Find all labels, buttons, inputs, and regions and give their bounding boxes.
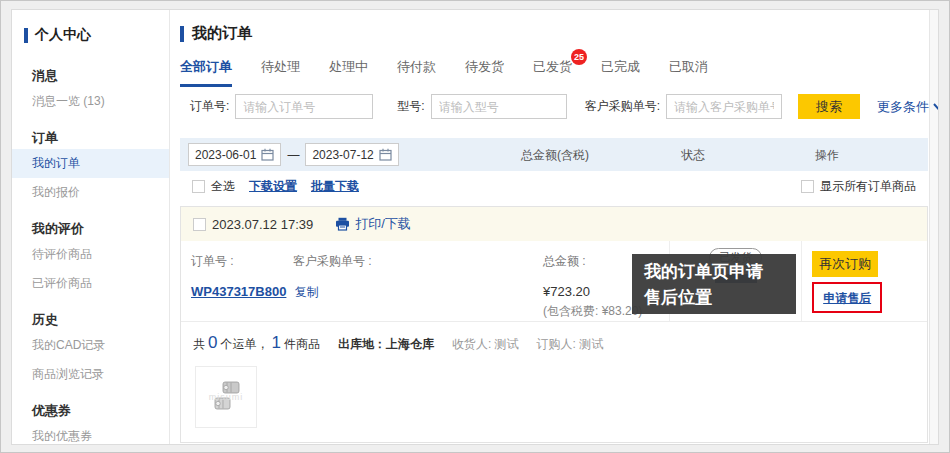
tax-note: (包含税费: ¥83.20) [543,303,642,320]
order-no-input[interactable] [235,94,373,119]
tab-all-orders[interactable]: 全部订单 [180,58,232,87]
filter-band: 2023-06-01 — 2023-07-12 总金额(含税) 状态 操作 [180,138,928,171]
reorder-button[interactable]: 再次订购 [812,251,878,277]
tab-cancelled[interactable]: 已取消 [669,58,708,87]
tab-pending[interactable]: 待处理 [261,58,300,87]
date-range-group: 2023-06-01 — 2023-07-12 [188,143,399,166]
copy-link[interactable]: 复制 [295,285,319,299]
amount-field-label: 总金额 : [543,253,642,270]
scrollbar-track[interactable] [929,10,938,444]
chevron-down-icon [933,103,939,111]
main-area: 我的订单 全部订单 待处理 处理中 待付款 待发货 已发货25 已完成 已取消 … [170,10,938,444]
column-header-action: 操作 [792,147,862,164]
column-header-amount: 总金额(含税) [510,147,600,164]
tab-shipped[interactable]: 已发货25 [533,58,572,87]
sidebar-header-reviews: 我的评价 [12,207,169,240]
sidebar-item-my-orders[interactable]: 我的订单 [12,149,169,178]
orderer-info: 订购人: 测试 [537,336,604,353]
show-all-items-label: 显示所有订单商品 [820,178,916,195]
sidebar-item-browse-history[interactable]: 商品浏览记录 [12,360,169,389]
sidebar-header-history: 历史 [12,298,169,331]
batch-download-link[interactable]: 批量下载 [311,178,359,195]
po-block: 客户采购单号 : [293,253,372,270]
order-no-link[interactable]: WP437317B800 [191,284,286,299]
order-amount: ¥723.20 [543,284,642,299]
summary-line: 共 0 个运单， 1 件商品 出库地：上海仓库 收货人: 测试 订购人: 测试 [193,333,915,353]
model-input[interactable] [431,94,567,119]
tab-awaiting-payment[interactable]: 待付款 [397,58,436,87]
order-card: 2023.07.12 17:39 打印/下载 订单号 : WP437317B80… [180,206,928,443]
calendar-icon [379,148,392,161]
shipped-count-badge: 25 [571,49,587,65]
date-to-value: 2023-07-12 [312,148,373,162]
sidebar-item-done-reviews[interactable]: 已评价商品 [12,269,169,298]
shipment-count: 0 [208,333,217,353]
order-details: 订单号 : WP437317B800 复制 客户采购单号 : 总金额 : ¥72… [181,241,669,321]
order-card-header: 2023.07.12 17:39 打印/下载 [181,207,927,241]
order-tabs: 全部订单 待处理 处理中 待付款 待发货 已发货25 已完成 已取消 [180,58,708,87]
shipment-unit: 个运单， [220,336,268,353]
select-all-label: 全选 [211,178,235,195]
order-summary-section: 共 0 个运单， 1 件商品 出库地：上海仓库 收货人: 测试 订购人: 测试 … [181,321,927,439]
select-all-checkbox[interactable] [192,180,205,193]
action-column: 再次订购 申请售后 [801,241,927,321]
tooltip-line-2: 售后位置 [644,285,784,311]
order-no-label: 订单号: [190,98,229,115]
tooltip-line-1: 我的订单页申请 [644,259,784,285]
show-all-items-control: 显示所有订单商品 [801,178,916,195]
date-from-value: 2023-06-01 [195,148,256,162]
sidebar-item-message-list[interactable]: 消息一览 (13) [12,87,169,116]
date-separator: — [287,148,299,162]
model-label: 型号: [397,98,424,115]
show-all-items-checkbox[interactable] [801,180,814,193]
sidebar: 个人中心 消息 消息一览 (13) 订单 我的订单 我的报价 我的评价 待评价商… [12,10,170,444]
thumbnail-watermark: misumi [209,392,244,402]
order-select-checkbox[interactable] [193,218,206,231]
search-button[interactable]: 搜索 [798,94,860,119]
more-filters-link[interactable]: 更多条件 [877,98,939,116]
date-from-input[interactable]: 2023-06-01 [188,143,281,166]
date-to-input[interactable]: 2023-07-12 [305,143,398,166]
annotation-highlight-box: 申请售后 [812,282,882,313]
printer-icon [335,217,350,231]
tab-shipped-label: 已发货 [533,59,572,74]
sidebar-item-my-coupons[interactable]: 我的优惠券 [12,422,169,445]
sidebar-title: 个人中心 [12,26,169,44]
warehouse-info: 出库地：上海仓库 [338,336,434,353]
po-label: 客户采购单号: [585,98,660,115]
amount-block: 总金额 : ¥723.20 (包含税费: ¥83.20) [543,253,642,320]
title-accent-bar [24,28,28,43]
product-thumbnail[interactable]: misumi [195,366,257,428]
po-field-label: 客户采购单号 : [293,253,372,270]
sidebar-item-pending-reviews[interactable]: 待评价商品 [12,240,169,269]
order-datetime: 2023.07.12 17:39 [212,217,313,232]
page-title: 我的订单 [180,24,252,43]
item-count: 1 [271,333,280,353]
sidebar-header-coupons: 优惠券 [12,389,169,422]
tab-processing[interactable]: 处理中 [329,58,368,87]
order-page: 个人中心 消息 消息一览 (13) 订单 我的订单 我的报价 我的评价 待评价商… [0,0,950,453]
po-input[interactable] [666,94,782,119]
column-header-status: 状态 [658,147,728,164]
title-accent-bar [180,26,184,42]
tab-awaiting-shipment[interactable]: 待发货 [465,58,504,87]
after-sales-link[interactable]: 申请售后 [823,291,871,305]
sidebar-header-messages: 消息 [12,54,169,87]
page-title-text: 我的订单 [192,24,252,43]
item-unit: 件商品 [284,336,320,353]
search-filter-row: 订单号: 型号: 客户采购单号: 搜索 更多条件 [190,94,939,119]
calendar-icon [261,148,274,161]
tab-completed[interactable]: 已完成 [601,58,640,87]
consignee-info: 收货人: 测试 [452,336,519,353]
sidebar-header-orders: 订单 [12,116,169,149]
order-card-body: 订单号 : WP437317B800 复制 客户采购单号 : 总金额 : ¥72… [181,241,927,321]
print-download-label: 打印/下载 [355,215,411,233]
annotation-tooltip: 我的订单页申请 售后位置 [632,254,796,314]
content-panel: 个人中心 消息 消息一览 (13) 订单 我的订单 我的报价 我的评价 待评价商… [11,9,939,445]
print-download-link[interactable]: 打印/下载 [335,215,411,233]
download-settings-link[interactable]: 下载设置 [249,178,297,195]
sidebar-item-cad-history[interactable]: 我的CAD记录 [12,331,169,360]
summary-prefix: 共 [193,336,205,353]
more-filters-label: 更多条件 [877,98,929,116]
sidebar-item-my-quotes[interactable]: 我的报价 [12,178,169,207]
